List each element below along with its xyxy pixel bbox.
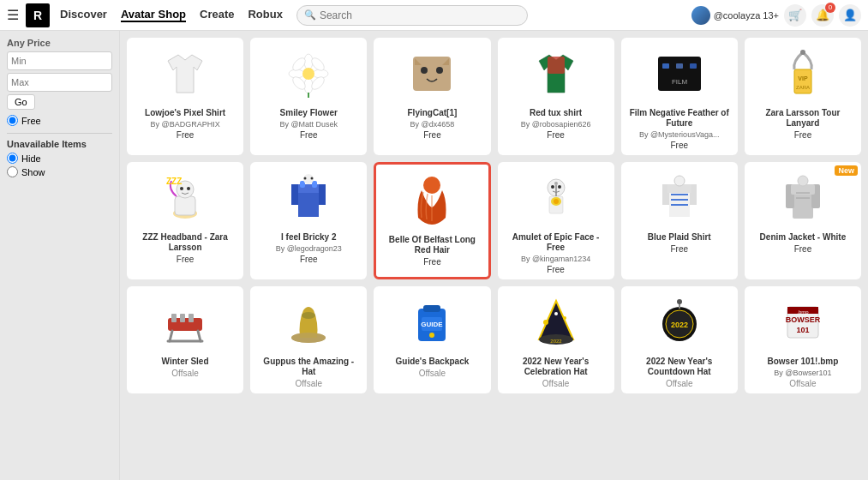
item-image-area: 2022 bbox=[503, 291, 609, 353]
item-card[interactable]: Red tux shirt By @robosapien626 Free bbox=[498, 38, 614, 155]
item-card[interactable]: Amulet of Epic Face - Free By @kingaman1… bbox=[498, 162, 614, 279]
svg-point-3 bbox=[304, 78, 313, 93]
item-card[interactable]: GUIDE Guide's Backpack Offsale bbox=[374, 286, 490, 393]
hamburger-icon[interactable]: ☰ bbox=[7, 7, 19, 23]
svg-rect-12 bbox=[413, 57, 451, 91]
svg-line-68 bbox=[198, 331, 201, 341]
item-price: Free bbox=[423, 130, 441, 140]
svg-point-75 bbox=[302, 312, 315, 319]
nav-avatar-shop[interactable]: Avatar Shop bbox=[121, 8, 186, 22]
new-badge: New bbox=[835, 165, 858, 176]
max-price-input[interactable] bbox=[7, 73, 112, 92]
nav-create[interactable]: Create bbox=[200, 8, 234, 22]
profile-button[interactable]: 👤 bbox=[839, 4, 861, 27]
svg-rect-29 bbox=[175, 196, 195, 215]
go-button[interactable]: Go bbox=[7, 94, 35, 110]
person-icon: 👤 bbox=[843, 9, 857, 21]
notification-badge: 0 bbox=[825, 3, 835, 13]
item-image-area bbox=[503, 167, 609, 229]
item-card[interactable]: FlyingCat[1] By @dx4658 Free bbox=[374, 38, 490, 155]
item-price: Free bbox=[300, 130, 318, 140]
notifications-button[interactable]: 🔔 0 bbox=[811, 4, 834, 27]
sidebar-divider bbox=[7, 133, 112, 134]
svg-point-74 bbox=[291, 333, 326, 343]
item-card[interactable]: VIP ZARA Zara Larsson Tour Lanyard Free bbox=[745, 38, 861, 155]
item-card[interactable]: 2022 2022 New Year's Celebration Hat Off… bbox=[498, 286, 614, 393]
item-name: Amulet of Epic Face - Free bbox=[503, 232, 609, 253]
cart-button[interactable]: 🛒 bbox=[784, 4, 806, 27]
avatar-image bbox=[691, 6, 710, 25]
free-radio[interactable] bbox=[7, 115, 18, 126]
item-card[interactable]: Guppus the Amazing - Hat Offsale bbox=[250, 286, 367, 393]
item-card[interactable]: I feel Bricky 2 By @legodragon23 Free bbox=[250, 162, 367, 279]
item-card[interactable]: ZZZ ZZZ Headband - Zara Larsson Free bbox=[127, 162, 243, 279]
show-radio[interactable] bbox=[7, 166, 18, 177]
item-price: Free bbox=[547, 265, 565, 274]
svg-rect-37 bbox=[319, 184, 326, 205]
item-image-area: VIP ZARA bbox=[750, 43, 856, 105]
item-name: Red tux shirt bbox=[530, 108, 582, 118]
svg-point-80 bbox=[429, 333, 434, 338]
item-name: FlyingCat[1] bbox=[408, 108, 458, 118]
roblox-logo: R bbox=[26, 3, 50, 27]
item-price: Free bbox=[670, 141, 688, 150]
svg-text:101: 101 bbox=[796, 326, 809, 334]
free-radio-label[interactable]: Free bbox=[7, 115, 112, 126]
item-image-area bbox=[379, 43, 485, 105]
item-name: Film Negative Feather of Future bbox=[626, 108, 733, 129]
show-label: Show bbox=[21, 167, 45, 177]
item-creator: By @MysteriousVaga... bbox=[639, 130, 720, 139]
item-card[interactable]: Blue Plaid Shirt Free bbox=[621, 162, 738, 279]
svg-point-4 bbox=[289, 69, 304, 78]
show-radio-label[interactable]: Show bbox=[7, 166, 112, 177]
item-name: Belle Of Belfast Long Red Hair bbox=[381, 235, 482, 255]
item-card[interactable]: 2022 2022 New Year's Countdown Hat Offsa… bbox=[621, 286, 738, 393]
item-card[interactable]: FILM Film Negative Feather of Future By … bbox=[621, 38, 738, 155]
hide-radio[interactable] bbox=[7, 153, 18, 164]
search-bar[interactable]: 🔍 bbox=[296, 5, 528, 26]
svg-point-43 bbox=[423, 177, 440, 194]
item-creator: By @BADGRAPHIX bbox=[151, 120, 220, 129]
svg-point-41 bbox=[304, 177, 307, 180]
svg-marker-0 bbox=[168, 55, 202, 93]
item-card[interactable]: Smiley Flower By @Matt Dusek Free bbox=[250, 38, 367, 155]
item-price: Free bbox=[177, 255, 195, 264]
item-card[interactable]: New Denim Jacket - White Free bbox=[745, 162, 861, 279]
sidebar: Any Price Go Free Unavailable Items Hide… bbox=[0, 31, 120, 480]
item-price: Free bbox=[177, 130, 195, 140]
item-card[interactable]: Lowjoe's Pixel Shirt By @BADGRAPHIX Free bbox=[127, 38, 243, 155]
nav-discover[interactable]: Discover bbox=[60, 8, 107, 22]
item-name: Denim Jacket - White bbox=[760, 232, 847, 243]
item-price: Free bbox=[794, 244, 812, 254]
svg-point-2 bbox=[304, 54, 313, 69]
item-price: Free bbox=[423, 257, 441, 267]
svg-text:ZARA: ZARA bbox=[796, 85, 810, 90]
svg-text:.bmp: .bmp bbox=[797, 309, 809, 315]
item-price: Offsale bbox=[171, 369, 199, 378]
item-name: 2022 New Year's Countdown Hat bbox=[626, 357, 733, 377]
items-grid: Lowjoe's Pixel Shirt By @BADGRAPHIX Free… bbox=[127, 38, 861, 393]
item-name: Lowjoe's Pixel Shirt bbox=[145, 108, 225, 118]
item-card[interactable]: Winter Sled Offsale bbox=[127, 286, 243, 393]
svg-rect-72 bbox=[189, 314, 194, 322]
nav-robux[interactable]: Robux bbox=[248, 8, 282, 22]
item-name: 2022 New Year's Celebration Hat bbox=[503, 357, 609, 377]
unavailable-label: Unavailable Items bbox=[7, 139, 112, 149]
min-price-input[interactable] bbox=[7, 51, 112, 70]
item-price: Free bbox=[670, 244, 688, 254]
svg-point-25 bbox=[800, 50, 805, 55]
item-name: Bowser 101!.bmp bbox=[768, 357, 839, 367]
hide-radio-label[interactable]: Hide bbox=[7, 153, 112, 164]
svg-point-46 bbox=[558, 185, 561, 189]
item-image-area: FILM bbox=[626, 43, 733, 105]
item-price: Offsale bbox=[419, 369, 446, 378]
item-card[interactable]: Belle Of Belfast Long Red Hair Free bbox=[374, 162, 490, 279]
item-card[interactable]: BOWSER 101 .bmp Bowser 101!.bmp By @Bows… bbox=[745, 286, 861, 393]
free-label: Free bbox=[21, 116, 41, 126]
svg-point-42 bbox=[311, 177, 314, 180]
svg-text:FILM: FILM bbox=[672, 78, 688, 86]
search-input[interactable] bbox=[320, 9, 520, 21]
item-creator: By @Matt Dusek bbox=[279, 120, 338, 129]
item-name: Winter Sled bbox=[162, 357, 209, 367]
price-label: Any Price bbox=[7, 38, 112, 48]
